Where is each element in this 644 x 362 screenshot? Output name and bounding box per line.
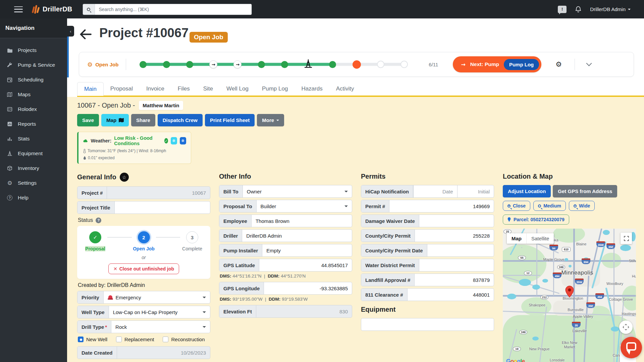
map-type-map-button[interactable]: Map: [507, 233, 526, 244]
sidebar-item-equipment[interactable]: Equipment: [0, 146, 67, 161]
notifications-bell-icon[interactable]: [575, 6, 581, 13]
assignee-chip[interactable]: Matthew Martin: [139, 101, 183, 110]
bill-to-select[interactable]: Bill To Owner: [219, 185, 352, 198]
map-button[interactable]: Map: [101, 114, 129, 126]
priority-select[interactable]: Priority Emergency: [77, 291, 210, 304]
drill-type-select[interactable]: Drill Type* Rock: [77, 320, 210, 333]
stepper-expand-chevron-icon[interactable]: [586, 61, 592, 66]
sidebar-item-scheduling[interactable]: Scheduling: [0, 72, 67, 87]
sidebar-collapse-button[interactable]: ‹: [67, 26, 74, 37]
sidebar-item-label: Equipment: [18, 150, 43, 157]
save-button[interactable]: Save: [77, 114, 99, 126]
sidebar-item-settings[interactable]: ⚙ Settings: [0, 176, 67, 190]
checkbox-replacement[interactable]: Replacement: [116, 337, 154, 342]
favorite-star-icon[interactable]: [120, 173, 129, 182]
sidebar-item-rolodex[interactable]: Rolodex: [0, 102, 67, 117]
driller-field[interactable]: Driller DrillerDB Admin: [219, 229, 352, 242]
gps-latitude-field[interactable]: GPS Latitude 44.8545017: [219, 259, 352, 272]
pump-log-button[interactable]: Pump Log: [504, 59, 539, 70]
damage-waiver-date-field[interactable]: Damage Waiver Date: [361, 215, 494, 227]
tab-site[interactable]: Site: [197, 82, 220, 96]
landfill-approval-field[interactable]: Landfill Approval # 837879: [361, 274, 494, 286]
next-step-button[interactable]: Next: Pump Pump Log: [453, 56, 541, 72]
map-fullscreen-button[interactable]: [621, 233, 632, 244]
gps-longitude-field[interactable]: GPS Longitude -93.3263885: [219, 282, 352, 295]
stepper-dot-done[interactable]: [281, 61, 288, 68]
equipment-input[interactable]: [361, 318, 494, 331]
sidebar-item-inventory[interactable]: Inventory: [0, 161, 67, 176]
snowflake-dark-icon[interactable]: [180, 137, 186, 144]
tab-files[interactable]: Files: [171, 82, 197, 96]
user-menu[interactable]: DrillerDB Admin: [590, 6, 631, 12]
hamburger-menu-icon[interactable]: [14, 6, 23, 12]
step-circle-done[interactable]: [89, 231, 101, 243]
employee-field[interactable]: Employee Thomas Brown: [219, 215, 352, 227]
stepper-dot-skip[interactable]: [233, 60, 241, 68]
tab-main[interactable]: Main: [77, 82, 104, 96]
hicap-date-cell[interactable]: Date: [413, 185, 457, 197]
stepper-dot-done[interactable]: [186, 61, 193, 68]
more-button[interactable]: More: [257, 114, 284, 126]
tab-invoice[interactable]: Invoice: [140, 82, 171, 96]
checkbox-reconstruction[interactable]: Reconstruction: [163, 337, 205, 342]
well-type-select[interactable]: Well Type Low-Cap on Hi-Cap Property: [77, 306, 210, 318]
county-city-permit-date-field[interactable]: County/City Permit Date: [361, 244, 494, 257]
google-logo[interactable]: Google: [506, 358, 525, 362]
map-zoom-wide-button[interactable]: Wide: [569, 201, 595, 211]
back-arrow-button[interactable]: [79, 28, 92, 41]
tab-hazards[interactable]: Hazards: [294, 82, 329, 96]
project-title-field[interactable]: Project Title: [77, 201, 210, 214]
google-map[interactable]: Anoka Blaine Maple Grove Minneapolis Woo…: [503, 229, 636, 362]
tab-pump-log[interactable]: Pump Log: [255, 82, 295, 96]
county-city-permit-field[interactable]: County/City Permit 255228: [361, 229, 494, 242]
step-circle-todo[interactable]: 3: [186, 231, 198, 243]
sidebar-item-stats[interactable]: Stats: [0, 131, 67, 146]
get-gps-button[interactable]: Get GPS from Address: [553, 185, 617, 197]
stepper-dot-current[interactable]: [353, 60, 361, 69]
sidebar-item-maps[interactable]: Maps: [0, 87, 67, 102]
dispatch-crew-button[interactable]: Dispatch Crew: [158, 114, 203, 126]
proposal-to-select[interactable]: Proposal To Builder: [219, 200, 352, 213]
location-pin-icon[interactable]: [565, 286, 574, 298]
help-icon[interactable]: [96, 218, 101, 223]
sidebar-item-reports[interactable]: Reports: [0, 117, 67, 131]
sidebar-item-help[interactable]: ? Help: [0, 190, 67, 205]
share-button[interactable]: Share: [131, 114, 155, 126]
adjust-location-button[interactable]: Adjust Location: [503, 185, 551, 197]
print-field-sheet-button[interactable]: Print Field Sheet: [205, 114, 255, 126]
chat-launcher-button[interactable]: [621, 337, 642, 358]
stepper-dot-done[interactable]: [258, 61, 265, 68]
stepper-settings-gear-icon[interactable]: [555, 60, 562, 68]
stepper-dot-done[interactable]: [329, 61, 336, 68]
snowflake-light-icon[interactable]: [171, 137, 177, 144]
tab-proposal[interactable]: Proposal: [104, 82, 140, 96]
stepper-dot-done[interactable]: [163, 61, 170, 68]
pump-installer-field[interactable]: Pump Installer Empty: [219, 244, 352, 257]
map-type-satellite-button[interactable]: Satellite: [526, 233, 554, 244]
permit-number-field[interactable]: Permit # 149669: [361, 200, 494, 213]
map-pan-control[interactable]: [619, 320, 633, 334]
step-circle-current[interactable]: 2: [138, 231, 150, 243]
map-zoom-close-button[interactable]: Close: [503, 201, 530, 211]
clearance-811-field[interactable]: 811 Clearance # 448001: [361, 288, 494, 301]
checkbox-new-well[interactable]: New Well: [78, 337, 107, 342]
highway-shield: 94: [549, 245, 558, 250]
stepper-dot-done[interactable]: [140, 61, 147, 68]
tab-well-log[interactable]: Well Log: [220, 82, 255, 96]
stepper-dot-todo[interactable]: [400, 61, 408, 68]
parcel-button[interactable]: Parcel: 0502724320079: [503, 215, 569, 225]
hicap-notification-field[interactable]: HiCap Notification Date Initial: [361, 185, 494, 198]
arrow-right-icon: [461, 61, 465, 68]
sidebar-item-pump-service[interactable]: Pump & Service: [0, 58, 67, 72]
stepper-dot-skip[interactable]: [209, 60, 217, 68]
hicap-initial-cell[interactable]: Initial: [457, 185, 494, 197]
map-zoom-medium-button[interactable]: Medium: [533, 201, 566, 211]
stepper-dot-todo[interactable]: [377, 61, 384, 68]
water-district-permit-field[interactable]: Water District Permit: [361, 259, 494, 272]
feedback-icon[interactable]: [558, 6, 567, 13]
app-brand[interactable]: DrillerDB: [32, 5, 72, 14]
sidebar-item-projects[interactable]: Projects: [0, 43, 67, 58]
close-out-job-button[interactable]: ✕Close out unfinished job: [108, 263, 179, 274]
tab-activity[interactable]: Activity: [329, 82, 361, 96]
search-input[interactable]: [95, 4, 252, 15]
